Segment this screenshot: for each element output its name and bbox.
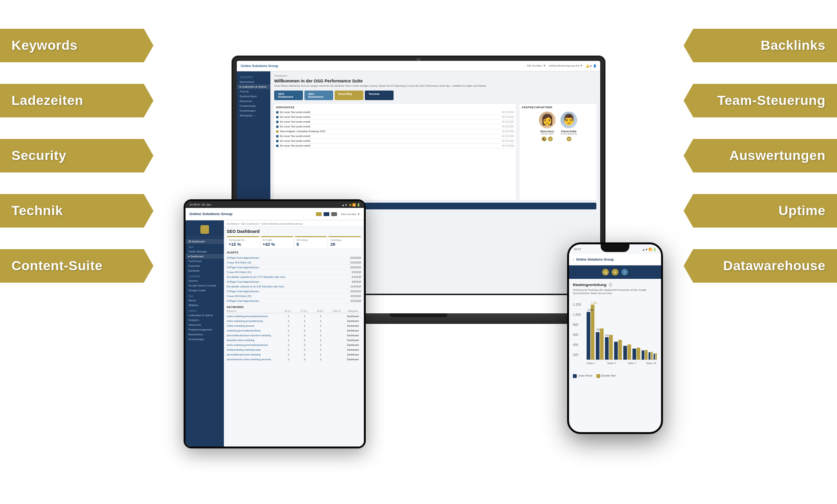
tablet-sidebar: ⊞ Dashboard SEO Health Manager ▸ Dashboa… (186, 220, 224, 447)
tablet-main: Dashboard > SEO Dashboard > Online Marke… (224, 220, 364, 447)
dash-nav-right: Alle Kunden ▼ onlinesolutionsgroup.de ▼ … (527, 64, 596, 68)
svg-rect-27 (649, 352, 651, 359)
kw-title: Keywords (227, 306, 361, 309)
tablet-logo: Online Solutions Group (189, 212, 232, 216)
contact-name: Diana Karcz (539, 130, 556, 133)
tablet-nav-backlinks[interactable]: Backlinks (186, 268, 224, 273)
phone-icon[interactable]: 📞 (542, 137, 546, 141)
badge-datawarehouse: Datawarehouse (684, 249, 837, 283)
phone-icon-gold[interactable]: ⊞ (602, 269, 609, 275)
svg-text:1.200: 1.200 (591, 302, 597, 304)
dash-events: EREIGNISSE Ein neuer Test wurde erstellt… (274, 104, 516, 200)
tablet-nav-analytics[interactable]: Analytics (186, 318, 224, 322)
tablet-status-bar: 10:46 Fr. 19. Jan. ▲▼ ⚡ 📶 🔋 (186, 201, 364, 208)
tablet-nav-einstellungen[interactable]: Einstellungen (186, 337, 224, 342)
svg-rect-14 (591, 305, 594, 360)
badge-auswertungen: Auswertungen (684, 139, 837, 172)
event-row: Ein neuer Test wurde erstellt. 04.23.201… (276, 139, 514, 144)
tab-sea[interactable]: SEADashboard (304, 91, 333, 100)
tab-roadmap[interactable]: Road Map (335, 91, 363, 100)
ranking-chart: 1.200 1.000 800 600 400 200 (573, 298, 657, 370)
back-button[interactable]: ‹ (573, 257, 574, 262)
phone-screen: 10:17 ▲▼ 📶 🔋 ‹ Online Solutions Group ⊞ … (569, 244, 661, 432)
chart-title: Rankingverteilung ⓘ (573, 283, 657, 287)
dash-title: Willkommen in der OSG Performance Suite (274, 79, 596, 83)
svg-rect-21 (623, 346, 627, 360)
phone-subheader: ⊞ ● ≡ (569, 265, 661, 279)
tablet-nav-keywords[interactable]: Keywords (186, 263, 224, 268)
tablet-nav-ladezeiten[interactable]: Ladezeiten & Uptime (186, 313, 224, 318)
event-row: Ein neuer Test wurde erstellt. 04.23.201… (276, 115, 514, 120)
email-icon[interactable]: ✉ (548, 137, 553, 141)
contacts-title: ANSPRECHPARTNER (522, 106, 594, 109)
tablet-nav-dashboard[interactable]: ⊞ Dashboard (186, 239, 224, 244)
tablet-nav-health[interactable]: Health Manager (186, 249, 224, 254)
tablet-nav-seo-dash[interactable]: ▸ Dashboard (186, 254, 224, 259)
tablet-nav-queries[interactable]: Queries (186, 278, 224, 283)
dash-breadcrumb: Dashboard (274, 74, 596, 77)
contact-diana: Diana Karcz Director SEO 📞 ✉ (539, 112, 556, 141)
svg-text:580: 580 (596, 329, 600, 331)
metric-ueberflüger: Überflüger 29 (328, 236, 361, 248)
tab-termine[interactable]: Termine (365, 91, 394, 100)
kw-header: Keyword 19.21... 17.01... 19.20... KW 13… (227, 309, 361, 313)
svg-rect-30 (655, 353, 657, 359)
tablet-nav-newsroom[interactable]: Newsroom (186, 322, 224, 327)
device-cluster: Online Solutions Group Alle Kunden ▼ onl… (203, 56, 634, 448)
svg-rect-16 (600, 329, 604, 360)
alert-row: OnPage-Crawl abgeschlossen10/2/2018 (227, 289, 361, 294)
svg-text:Seite 7: Seite 7 (628, 362, 637, 365)
tab-seo[interactable]: SEODashboard (274, 91, 303, 100)
event-row: Ein neuer Test wurde erstellt. 04.24.201… (276, 134, 514, 139)
dash-header: Online Solutions Group Alle Kunden ▼ onl… (237, 61, 600, 71)
contact-name: Florian Kolbe (560, 130, 577, 133)
phone-icon-3[interactable]: ≡ (621, 269, 628, 275)
avatar-florian (560, 112, 577, 128)
tablet-nav-markenfotos[interactable]: Markenfotos (186, 332, 224, 337)
tablet-nav-techcheck[interactable]: TechCheck (186, 259, 224, 263)
badge-keywords: Keywords (0, 29, 153, 62)
tablet-icon3 (331, 212, 337, 216)
phone-content: Rankingverteilung ⓘ Verteilung der Ranki… (569, 279, 661, 382)
tablet-alerts-section: Alerts OnPage-Crawl abgeschlossen5/22/20… (227, 251, 361, 303)
kw-row: online marketing personalberuting111Dash… (227, 319, 361, 323)
alerts-title: Alerts (227, 251, 361, 254)
metric-404: 404 Artikel 8 (295, 236, 327, 248)
alert-row: Die aktuelle Ladezeit ist mit 4,774 Seku… (227, 275, 361, 279)
svg-text:Seite 10: Seite 10 (646, 362, 656, 365)
tablet-screen: 10:46 Fr. 19. Jan. ▲▼ ⚡ 📶 🔋 Online Solut… (186, 201, 364, 447)
tablet-nav-sea[interactable]: Nexus (186, 298, 224, 303)
tablet-breadcrumb: Dashboard > SEO Dashboard > Online Marke… (224, 220, 364, 227)
email-icon[interactable]: ✉ (567, 137, 571, 141)
chart-legend: Letzter Monat Aktueller Wert (573, 374, 657, 378)
events-title: EREIGNISSE (276, 106, 514, 109)
phone-icon-2[interactable]: ● (612, 269, 618, 275)
alert-row: 3 neue 404-Fehler (15)5/22/2018 (227, 260, 361, 265)
event-row: Neue Aufgabe: Linkaufbau Roadmap 2019 04… (276, 129, 514, 134)
badge-content-suite: Content-Suite (0, 249, 153, 283)
svg-text:Seite 1: Seite 1 (587, 362, 595, 365)
badge-ladezeiten: Ladezeiten (0, 84, 153, 117)
kw-row: personalberatunkraut marketing121Dashboa… (227, 352, 361, 357)
dash-subtitle: Unser Bestes Marketing Tool von morgen v… (274, 84, 596, 88)
tablet-nav-google[interactable]: Google Crawle (186, 288, 224, 293)
tablet-nav-projektemanagement[interactable]: Projektmanagement (186, 327, 224, 332)
svg-text:430: 430 (605, 334, 609, 337)
phone: 10:17 ▲▼ 📶 🔋 ‹ Online Solutions Group ⊞ … (567, 242, 663, 434)
svg-rect-13 (587, 312, 591, 359)
tablet-header: Online Solutions Group Alle Kunden ▼ (186, 208, 364, 220)
svg-rect-17 (605, 337, 609, 360)
kw-row: datarbeit online marketing121Dashboard (227, 338, 361, 343)
contact-role: Online Marketing (560, 133, 577, 135)
tablet-icon2 (324, 212, 329, 216)
tablet-nav-seeker[interactable]: Google Search Console (186, 283, 224, 288)
badge-technik: Technik (0, 194, 153, 228)
event-row: Ein neuer Test wurde erstellt. 04.23.201… (276, 125, 514, 129)
alert-row: 9 neue 404-Fehler (20)10/2/2018 (227, 294, 361, 298)
alert-row: 5 neue 404-Fehler (14)5/1/2018 (227, 270, 361, 275)
metric-ki-traffic: KI-Traffic +43 % (261, 236, 293, 248)
tablet-nav-affiliates[interactable]: Affiliates (186, 303, 224, 308)
svg-rect-23 (632, 349, 636, 360)
svg-rect-28 (651, 352, 653, 359)
kw-row: Online marketing persona111Dashboard (227, 323, 361, 328)
